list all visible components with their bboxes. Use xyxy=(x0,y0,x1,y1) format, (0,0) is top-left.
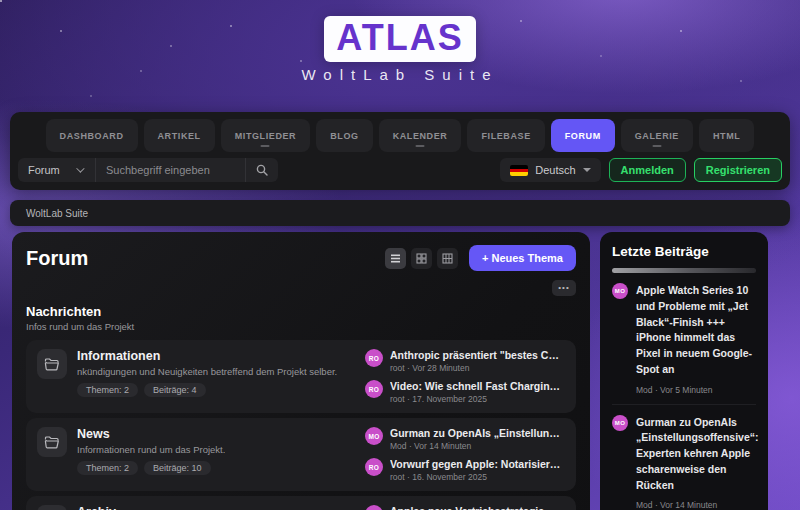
latest-post[interactable]: RO Anthropic präsentiert "bestes Coding-… xyxy=(365,349,565,373)
latest-post[interactable]: RO Vorwurf gegen Apple: Notarisierung sc… xyxy=(365,458,565,482)
view-compact-button[interactable] xyxy=(437,248,458,269)
grid-view-icon xyxy=(416,253,427,264)
avatar: RO xyxy=(365,458,383,476)
category-title: Nachrichten xyxy=(26,304,576,319)
nav-item-artikel[interactable]: ARTIKEL xyxy=(144,119,215,152)
nav-item-kalender[interactable]: KALENDER xyxy=(379,119,462,152)
nav-item-galerie[interactable]: GALERIE xyxy=(621,119,693,152)
forum-header: Forum + Neues Thema xyxy=(26,245,576,271)
forum-row-informationen: Informationen nkündigungen und Neuigkeit… xyxy=(26,340,576,413)
dropdown-indicator-icon xyxy=(416,145,425,147)
logo-subtitle: WoltLab Suite xyxy=(0,66,800,83)
login-button[interactable]: Anmelden xyxy=(609,158,686,182)
post-meta: root · 17. November 2025 xyxy=(390,394,565,404)
post-title: Video: Wie schnell Fast Charging den Akk… xyxy=(390,380,565,392)
caret-down-icon xyxy=(583,168,591,172)
logo-box: ATLAS xyxy=(324,16,475,62)
forum-description: nkündigungen und Neuigkeiten betreffend … xyxy=(77,366,337,377)
language-selector[interactable]: Deutsch xyxy=(500,158,600,182)
post-body: Gurman zu OpenAIs „Einstellungsoffensive… xyxy=(390,427,565,451)
nav-item-kalender-label: KALENDER xyxy=(393,131,448,141)
forum-link[interactable]: Informationen nkündigungen und Neuigkeit… xyxy=(37,349,355,404)
breadcrumb-bar: WoltLab Suite xyxy=(10,200,790,226)
forum-row-archiv: Archiv Nicht mehr aktuelle Themen. Theme… xyxy=(26,496,576,510)
post-meta: root · Vor 28 Minuten xyxy=(390,363,565,373)
german-flag-icon xyxy=(510,165,528,176)
posts-badge: Beiträge: 4 xyxy=(144,383,206,397)
register-button[interactable]: Registrieren xyxy=(694,158,782,182)
view-grid-button[interactable] xyxy=(411,248,432,269)
view-list-button[interactable] xyxy=(385,248,406,269)
sidebar-post-meta: Mod · Vor 14 Minuten xyxy=(636,500,759,510)
more-row: ••• xyxy=(26,280,576,296)
dropdown-indicator-icon xyxy=(261,145,270,147)
forum-info: Archiv Nicht mehr aktuelle Themen. Theme… xyxy=(77,505,206,510)
post-meta: root · 16. November 2025 xyxy=(390,472,565,482)
avatar: MO xyxy=(365,427,383,445)
latest-posts: RO Anthropic präsentiert "bestes Coding-… xyxy=(365,349,565,404)
folder-iconbox xyxy=(37,505,67,510)
forum-link[interactable]: Archiv Nicht mehr aktuelle Themen. Theme… xyxy=(37,505,355,510)
post-body: Anthropic präsentiert "bestes Coding-Mod… xyxy=(390,349,565,373)
search-submit-button[interactable] xyxy=(246,158,278,182)
nav-item-blog[interactable]: BLOG xyxy=(316,119,372,152)
post-body: Vorwurf gegen Apple: Notarisierung schrä… xyxy=(390,458,565,482)
latest-post[interactable]: RO Apples neue Vertriebsstrategie – Pers… xyxy=(365,505,565,510)
search-scope-label: Forum xyxy=(28,164,60,176)
site-logo[interactable]: ATLAS WoltLab Suite xyxy=(0,16,800,83)
latest-posts: MO Gurman zu OpenAIs „Einstellungsoffens… xyxy=(365,427,565,482)
post-meta: Mod · Vor 14 Minuten xyxy=(390,441,565,451)
post-body: Video: Wie schnell Fast Charging den Akk… xyxy=(390,380,565,404)
nav-item-dashboard[interactable]: DASHBOARD xyxy=(46,119,138,152)
topics-badge: Themen: 2 xyxy=(77,383,138,397)
folder-icon xyxy=(44,436,60,449)
post-title: Apples neue Vertriebsstrategie – Persona… xyxy=(390,505,565,510)
post-title: Gurman zu OpenAIs „Einstellungsoffensive… xyxy=(390,427,565,439)
top-bars: DASHBOARD ARTIKEL MITGLIEDER BLOG KALEND… xyxy=(10,112,790,190)
category-subtitle: Infos rund um das Projekt xyxy=(26,321,576,332)
more-options-button[interactable]: ••• xyxy=(552,280,576,296)
forum-description: Informationen rund um das Projekt. xyxy=(77,444,225,455)
avatar: RO xyxy=(365,505,383,510)
forum-title: Informationen xyxy=(77,349,337,363)
sidebar-post-title: Gurman zu OpenAIs „Einstellungsoffensive… xyxy=(636,415,759,494)
forum-panel: Forum + Neues Thema ••• Nachrichten Info… xyxy=(12,232,590,510)
view-controls: + Neues Thema xyxy=(385,245,576,271)
forum-info: News Informationen rund um das Projekt. … xyxy=(77,427,225,482)
search-scope-select[interactable]: Forum xyxy=(18,158,96,182)
new-topic-button[interactable]: + Neues Thema xyxy=(469,245,576,271)
folder-iconbox xyxy=(37,427,67,457)
nav-item-html[interactable]: HTML xyxy=(699,119,754,152)
breadcrumb[interactable]: WoltLab Suite xyxy=(26,208,88,219)
topbar-right: Deutsch Anmelden Registrieren xyxy=(500,158,782,182)
nav-item-mitglieder[interactable]: MITGLIEDER xyxy=(221,119,311,152)
sidebar-post-body: Apple Watch Series 10 und Probleme mit „… xyxy=(636,283,756,395)
search-input[interactable] xyxy=(96,158,246,182)
nav-item-forum[interactable]: FORUM xyxy=(551,119,615,152)
avatar: MO xyxy=(612,415,628,431)
search-bar: Forum Deutsch Anmelden Registrieren xyxy=(10,152,790,182)
post-title: Vorwurf gegen Apple: Notarisierung schrä… xyxy=(390,458,565,470)
sidebar-latest-posts: Letzte Beiträge MO Apple Watch Series 10… xyxy=(600,232,768,510)
post-body: Apples neue Vertriebsstrategie – Persona… xyxy=(390,505,565,510)
avatar: RO xyxy=(365,349,383,367)
sidebar-title: Letzte Beiträge xyxy=(612,244,756,259)
sidebar-post[interactable]: MO Gurman zu OpenAIs „Einstellungsoffens… xyxy=(612,405,756,510)
category-header[interactable]: Nachrichten Infos rund um das Projekt xyxy=(26,304,576,332)
forum-row-news: News Informationen rund um das Projekt. … xyxy=(26,418,576,491)
language-label: Deutsch xyxy=(535,164,575,176)
latest-post[interactable]: MO Gurman zu OpenAIs „Einstellungsoffens… xyxy=(365,427,565,451)
dropdown-indicator-icon xyxy=(652,145,661,147)
forum-badges: Themen: 2 Beiträge: 10 xyxy=(77,461,225,475)
nav-item-filebase[interactable]: FILEBASE xyxy=(467,119,544,152)
latest-post[interactable]: RO Video: Wie schnell Fast Charging den … xyxy=(365,380,565,404)
compact-grid-view-icon xyxy=(442,253,453,264)
forum-link[interactable]: News Informationen rund um das Projekt. … xyxy=(37,427,355,482)
topics-badge: Themen: 2 xyxy=(77,461,138,475)
forum-list: Informationen nkündigungen und Neuigkeit… xyxy=(26,340,576,510)
nav-item-mitglieder-label: MITGLIEDER xyxy=(235,131,297,141)
sidebar-post[interactable]: MO Apple Watch Series 10 und Probleme mi… xyxy=(612,273,756,405)
forum-info: Informationen nkündigungen und Neuigkeit… xyxy=(77,349,337,404)
list-view-icon xyxy=(390,253,401,264)
post-title: Anthropic präsentiert "bestes Coding-Mod… xyxy=(390,349,565,361)
